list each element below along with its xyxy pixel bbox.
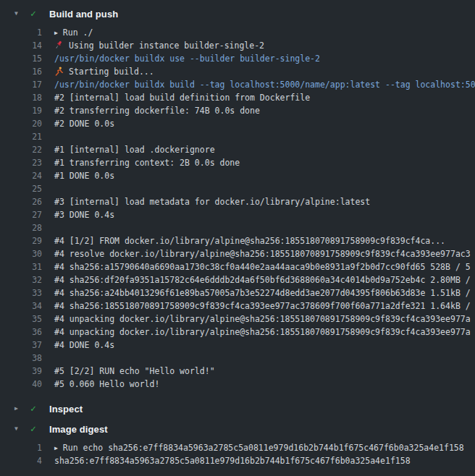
log-section-build-and-push: ▼✓Build and push1▶Run ./14Using builder …	[0, 6, 475, 396]
log-line[interactable]: 35#4 unpacking docker.io/library/alpine@…	[0, 313, 475, 326]
line-text: Run ./	[63, 27, 93, 38]
line-content: #3 DONE 0.4s	[54, 208, 114, 221]
line-number: 39	[0, 365, 42, 378]
log-line[interactable]: 23#1 transferring context: 2B 0.0s done	[0, 156, 475, 169]
chevron-right-icon[interactable]: ▶	[14, 401, 24, 417]
line-content: #4 sha256:185518070891758909c9f839cf4ca3…	[54, 299, 471, 313]
log-line[interactable]: 17/usr/bin/docker buildx build --tag loc…	[0, 78, 475, 91]
line-text: #5 0.060 Hello world!	[54, 379, 159, 389]
log-line[interactable]: 19#2 transferring dockerfile: 74B 0.0s d…	[0, 104, 475, 117]
line-text: #1 DONE 0.0s	[54, 171, 114, 181]
line-number: 37	[0, 339, 42, 352]
log-line[interactable]: 40#5 0.060 Hello world!	[0, 378, 475, 391]
log-line[interactable]: 16Starting build...	[0, 65, 475, 78]
chevron-down-icon[interactable]: ▼	[14, 421, 24, 437]
line-content: #4 unpacking docker.io/library/alpine@sh…	[54, 326, 471, 339]
line-number: 4	[0, 454, 42, 467]
line-number: 18	[0, 91, 42, 104]
log-line[interactable]: 28	[0, 221, 475, 234]
log-line[interactable]: 38	[0, 352, 475, 365]
line-number: 31	[0, 260, 42, 273]
log-line[interactable]: 14Using builder instance builder-single-…	[0, 39, 475, 52]
line-content: #4 resolve docker.io/library/alpine@sha2…	[54, 247, 471, 260]
line-content: #1 transferring context: 2B 0.0s done	[54, 156, 240, 169]
line-number: 23	[0, 156, 42, 169]
line-content: #3 [internal] load metadata for docker.i…	[54, 195, 370, 208]
chevron-down-icon[interactable]: ▼	[14, 6, 24, 22]
section-header-build-and-push[interactable]: ▼✓Build and push	[0, 6, 475, 22]
log-line[interactable]: 4sha256:e7ff8834a5963a2785c5a0811e979d16…	[0, 454, 475, 467]
log-line[interactable]: 37#4 DONE 0.4s	[0, 339, 475, 352]
line-content: Using builder instance builder-single-2	[54, 39, 264, 52]
log-line[interactable]: 33#4 sha256:a24bb4013296f61e89ba57005a7b…	[0, 286, 475, 299]
run-arrow-icon[interactable]: ▶	[54, 27, 58, 39]
log-line[interactable]: 29#4 [1/2] FROM docker.io/library/alpine…	[0, 234, 475, 247]
line-text: #4 sha256:185518070891758909c9f839cf4ca3…	[54, 301, 471, 311]
line-content: Starting build...	[54, 65, 154, 78]
check-icon: ✓	[30, 401, 41, 417]
line-number: 21	[0, 130, 42, 143]
section-header-image-digest[interactable]: ▼✓Image digest	[0, 421, 475, 437]
log-line[interactable]: 27#3 DONE 0.4s	[0, 208, 475, 221]
section-header-inspect[interactable]: ▶✓Inspect	[0, 401, 475, 417]
line-number: 1	[0, 26, 42, 39]
line-number: 36	[0, 326, 42, 339]
line-text: #4 sha256:a24bb4013296f61e89ba57005a7b3e…	[54, 288, 471, 298]
line-number: 33	[0, 286, 42, 299]
line-text: #2 DONE 0.0s	[54, 119, 114, 129]
line-number: 35	[0, 313, 42, 326]
line-text: sha256:e7ff8834a5963a2785c5a0811e979d16b…	[54, 456, 411, 466]
line-text: Starting build...	[69, 67, 154, 77]
line-number: 28	[0, 221, 42, 234]
line-number: 24	[0, 169, 42, 182]
log-line[interactable]: 18#2 [internal] load build definition fr…	[0, 91, 475, 104]
log-line[interactable]: 25	[0, 182, 475, 195]
line-text: #4 sha256:a15790640a6690aa1730c38cf0a440…	[54, 262, 471, 272]
line-text: /usr/bin/docker buildx build --tag local…	[54, 80, 475, 90]
line-text: #1 [internal] load .dockerignore	[54, 145, 215, 155]
line-text: Run echo sha256:e7ff8834a5963a2785c5a081…	[63, 443, 464, 453]
line-number: 29	[0, 234, 42, 247]
check-icon: ✓	[30, 421, 41, 437]
log-line[interactable]: 34#4 sha256:185518070891758909c9f839cf4c…	[0, 299, 475, 313]
log-line[interactable]: 22#1 [internal] load .dockerignore	[0, 143, 475, 156]
line-number: 26	[0, 195, 42, 208]
line-number: 22	[0, 143, 42, 156]
log-line[interactable]: 15/usr/bin/docker buildx use --builder b…	[0, 52, 475, 65]
section-log-lines: 1▶Run ./14Using builder instance builder…	[0, 22, 475, 396]
log-line[interactable]: 1▶Run echo sha256:e7ff8834a5963a2785c5a0…	[0, 441, 475, 454]
log-line[interactable]: 36#4 unpacking docker.io/library/alpine@…	[0, 326, 475, 339]
line-content: sha256:e7ff8834a5963a2785c5a0811e979d16b…	[54, 454, 411, 467]
line-text: #4 sha256:df20fa9351a15782c64e6dddb2d4a6…	[54, 275, 471, 285]
log-line[interactable]: 31#4 sha256:a15790640a6690aa1730c38cf0a4…	[0, 260, 475, 273]
line-content: #5 0.060 Hello world!	[54, 378, 159, 391]
line-content: #5 [2/2] RUN echo "Hello world!"	[54, 365, 215, 378]
line-number: 1	[0, 441, 42, 454]
line-text: #2 transferring dockerfile: 74B 0.0s don…	[54, 106, 260, 116]
log-line[interactable]: 20#2 DONE 0.0s	[0, 117, 475, 130]
log-line[interactable]: 39#5 [2/2] RUN echo "Hello world!"	[0, 365, 475, 378]
section-title: Image digest	[49, 424, 108, 435]
log-line[interactable]: 1▶Run ./	[0, 26, 475, 39]
line-number: 34	[0, 299, 42, 313]
log-line[interactable]: 32#4 sha256:df20fa9351a15782c64e6dddb2d4…	[0, 273, 475, 286]
run-arrow-icon[interactable]: ▶	[54, 442, 58, 454]
line-number: 14	[0, 39, 42, 52]
section-log-lines: 1▶Run echo sha256:e7ff8834a5963a2785c5a0…	[0, 437, 475, 473]
line-number: 32	[0, 273, 42, 286]
log-section-image-digest: ▼✓Image digest1▶Run echo sha256:e7ff8834…	[0, 421, 475, 473]
log-line[interactable]: 21	[0, 130, 475, 143]
log-line[interactable]: 24#1 DONE 0.0s	[0, 169, 475, 182]
log-line[interactable]: 30#4 resolve docker.io/library/alpine@sh…	[0, 247, 475, 260]
line-number: 20	[0, 117, 42, 130]
log-line[interactable]: 26#3 [internal] load metadata for docker…	[0, 195, 475, 208]
line-text: #3 [internal] load metadata for docker.i…	[54, 197, 370, 207]
line-text: #1 transferring context: 2B 0.0s done	[54, 158, 240, 168]
line-text: #4 [1/2] FROM docker.io/library/alpine@s…	[54, 236, 445, 246]
line-text: #3 DONE 0.4s	[54, 210, 114, 220]
line-number: 27	[0, 208, 42, 221]
line-content: /usr/bin/docker buildx build --tag local…	[54, 78, 475, 91]
line-content: #4 DONE 0.4s	[54, 339, 114, 352]
line-text: #5 [2/2] RUN echo "Hello world!"	[54, 366, 215, 376]
line-content: #2 transferring dockerfile: 74B 0.0s don…	[54, 104, 260, 117]
